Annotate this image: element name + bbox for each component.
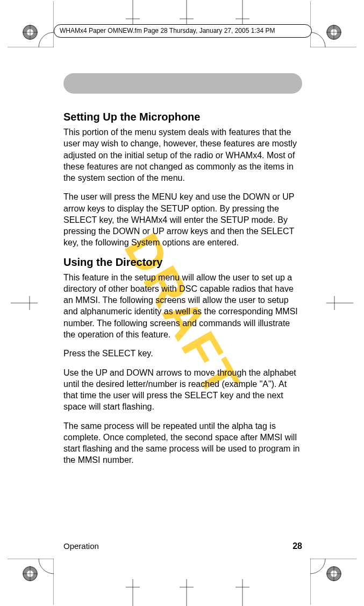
crop-tick-icon (180, 0, 194, 27)
section-title-microphone: Setting Up the Microphone (63, 111, 302, 123)
registration-mark-icon (326, 566, 341, 581)
crop-mark-icon (8, 559, 54, 605)
body-paragraph: The user will press the MENU key and use… (63, 191, 302, 248)
section-title-directory: Using the Directory (63, 256, 302, 269)
page-content: Setting Up the Microphone This portion o… (63, 73, 302, 474)
crop-tick-icon (180, 579, 194, 606)
body-paragraph: This portion of the menu system deals wi… (63, 126, 302, 184)
footer-section-label: Operation (63, 541, 99, 551)
crop-mark-icon (310, 559, 356, 605)
page-footer: Operation 28 (63, 541, 302, 551)
footer-page-number: 28 (292, 541, 302, 551)
document-meta-header: WHAMx4 Paper OMNEW.fm Page 28 Thursday, … (54, 24, 312, 38)
body-paragraph: Press the SELECT key. (63, 348, 302, 359)
section-header-bar (63, 73, 302, 94)
body-paragraph: Use the UP and DOWN arrows to move throu… (63, 367, 302, 413)
svg-point-45 (310, 559, 325, 574)
body-paragraph: The same process will be repeated until … (63, 420, 302, 466)
crop-tick-icon (326, 296, 353, 310)
crop-mark-icon (8, 1, 54, 47)
crop-tick-icon (235, 579, 249, 606)
crop-tick-icon (126, 0, 140, 27)
registration-mark-icon (23, 566, 38, 581)
registration-mark-icon (326, 25, 341, 40)
registration-mark-icon (23, 25, 38, 40)
page-container: WHAMx4 Paper OMNEW.fm Page 28 Thursday, … (0, 0, 364, 606)
svg-point-35 (310, 32, 325, 47)
svg-point-40 (39, 559, 54, 574)
svg-point-30 (39, 32, 54, 47)
document-meta-text: WHAMx4 Paper OMNEW.fm Page 28 Thursday, … (60, 27, 275, 34)
crop-mark-icon (310, 1, 356, 47)
crop-tick-icon (126, 579, 140, 606)
crop-tick-icon (11, 296, 38, 310)
body-paragraph: This feature in the setup menu will allo… (63, 272, 302, 341)
crop-tick-icon (235, 0, 249, 27)
